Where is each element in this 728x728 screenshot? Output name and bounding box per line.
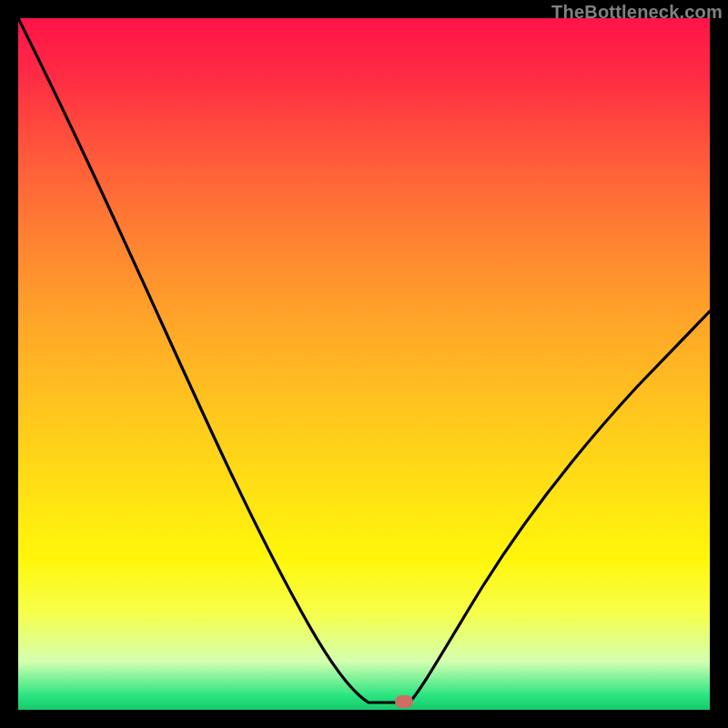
bottleneck-curve-path	[18, 18, 710, 703]
chart-container: TheBottleneck.com	[0, 0, 728, 728]
plot-area	[18, 18, 710, 710]
curve-svg	[18, 18, 710, 710]
minimum-marker	[395, 695, 413, 708]
